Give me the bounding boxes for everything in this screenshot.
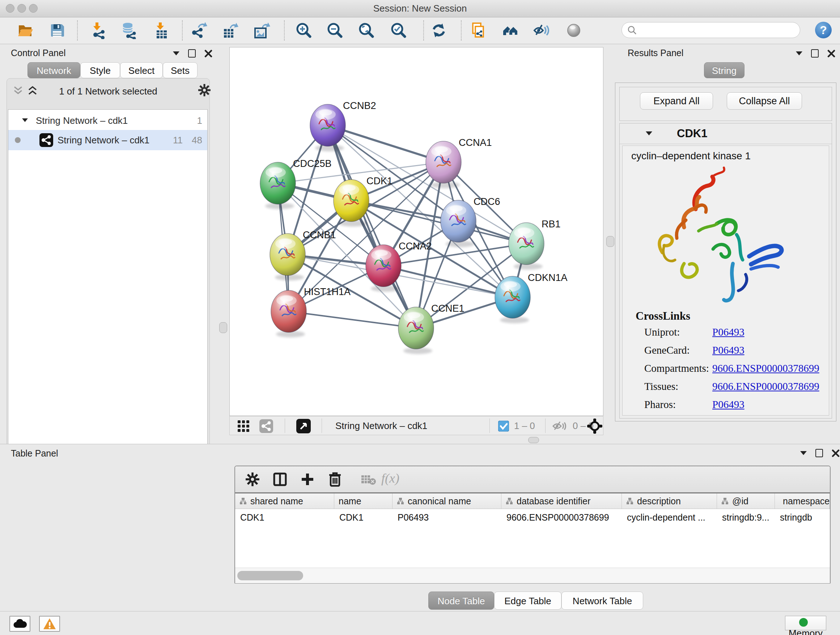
- column-type-icon: [397, 497, 404, 505]
- export-image-icon[interactable]: [253, 22, 271, 39]
- node-CDKN1A[interactable]: [495, 276, 531, 323]
- table-panel-header-icons: [800, 449, 840, 457]
- panel-float-icon[interactable]: [811, 49, 819, 57]
- table-cell[interactable]: CDK1: [235, 509, 334, 525]
- export-table-icon[interactable]: [222, 22, 239, 39]
- warnings-button[interactable]: [39, 616, 60, 632]
- show-columns-icon[interactable]: [273, 472, 287, 486]
- export-network-icon[interactable]: [191, 22, 208, 39]
- right-splitter-handle[interactable]: [606, 236, 614, 247]
- column-header-name[interactable]: name: [334, 494, 393, 509]
- tab-select[interactable]: Select: [120, 62, 163, 78]
- crosslink-row: GeneCard:P06493: [622, 344, 829, 363]
- zoom-selected-icon[interactable]: [390, 22, 407, 39]
- tab-string[interactable]: String: [704, 62, 745, 78]
- gene-header-row[interactable]: CDK1: [620, 124, 832, 144]
- panel-menu-icon[interactable]: [173, 51, 180, 55]
- crosslink-value-link[interactable]: P06493: [712, 344, 745, 356]
- network-row-selected[interactable]: String Network – cdk1 11 48: [8, 130, 207, 150]
- table-cell[interactable]: CDK1: [334, 509, 393, 525]
- node-CDC6[interactable]: [441, 200, 476, 247]
- search-input[interactable]: [641, 23, 794, 37]
- node-CCNB2[interactable]: [310, 104, 346, 151]
- refresh-icon[interactable]: [430, 22, 447, 39]
- network-thumbnail-icon[interactable]: [259, 419, 273, 433]
- column-header-databaseidentifier[interactable]: database identifier: [501, 494, 622, 509]
- left-splitter-handle[interactable]: [219, 322, 227, 333]
- panel-float-icon[interactable]: [188, 49, 196, 57]
- import-network-icon[interactable]: [89, 22, 107, 39]
- table-gear-icon[interactable]: [245, 472, 260, 486]
- network-collection-row[interactable]: String Network – cdk1 1: [8, 111, 207, 130]
- table-cell[interactable]: P06493: [393, 509, 501, 525]
- node-RB1[interactable]: [508, 223, 544, 270]
- panel-close-icon[interactable]: [827, 50, 835, 57]
- import-database-icon[interactable]: [120, 22, 137, 39]
- table-cell[interactable]: stringdb:9...: [717, 509, 775, 525]
- node-CCNA1[interactable]: [426, 141, 461, 188]
- gene-collapse-icon[interactable]: [646, 131, 652, 135]
- bottom-splitter-handle[interactable]: [528, 437, 539, 443]
- network-view-canvas[interactable]: CCNB2CCNA1CDC25BCDK1CDC6RB1CCNB1CCNA2CDK…: [229, 47, 603, 416]
- grid-view-icon[interactable]: [237, 420, 250, 432]
- tab-style[interactable]: Style: [80, 62, 120, 78]
- table-row[interactable]: CDK1CDK1P064939606.ENSP00000378699cyclin…: [235, 509, 830, 525]
- memory-button[interactable]: Memory: [785, 616, 826, 630]
- tab-sets[interactable]: Sets: [163, 62, 197, 78]
- tree-expand-icon[interactable]: [22, 119, 28, 122]
- column-header-namespace[interactable]: namespace: [775, 494, 830, 509]
- column-header-canonicalname[interactable]: canonical name: [393, 494, 501, 509]
- network-options-gear-icon[interactable]: [198, 84, 211, 97]
- column-header-sharedname[interactable]: shared name: [235, 494, 334, 509]
- table-hscrollbar-thumb[interactable]: [237, 571, 303, 580]
- expand-all-button[interactable]: Expand All: [640, 92, 713, 110]
- show-all-networks-icon[interactable]: [502, 22, 519, 39]
- clone-network-icon[interactable]: [470, 22, 487, 39]
- edge-HIST1H1A-CCNE1[interactable]: [289, 311, 416, 328]
- tab-edge-table[interactable]: Edge Table: [494, 592, 561, 610]
- zoom-in-icon[interactable]: [295, 22, 313, 39]
- tab-node-table[interactable]: Node Table: [428, 592, 494, 610]
- panel-close-icon[interactable]: [204, 50, 212, 57]
- help-icon[interactable]: ?: [815, 22, 832, 38]
- zoom-out-icon[interactable]: [326, 22, 344, 39]
- column-header-description[interactable]: description: [622, 494, 717, 509]
- zoom-fit-icon[interactable]: [358, 22, 375, 39]
- panel-close-icon[interactable]: [832, 449, 840, 457]
- crosslink-label: Uniprot:: [644, 326, 680, 338]
- hide-selected-icon[interactable]: [533, 22, 550, 39]
- table-cell[interactable]: 9606.ENSP00000378699: [501, 509, 622, 525]
- crosslink-value-link[interactable]: 9606.ENSP00000378699: [712, 380, 819, 393]
- crosslink-value-link[interactable]: P06493: [712, 326, 745, 338]
- fit-selection-crosshair-icon[interactable]: [587, 418, 602, 434]
- table-cell[interactable]: cyclin-dependent ...: [622, 509, 717, 525]
- node-CCNA2[interactable]: [366, 245, 401, 292]
- add-column-icon[interactable]: [300, 472, 315, 486]
- statusbar-separator: [489, 418, 490, 433]
- table-cell[interactable]: stringdb: [775, 509, 830, 525]
- node-CCNB1[interactable]: [270, 233, 305, 280]
- tab-network[interactable]: Network: [27, 62, 80, 78]
- birdseye-view-icon[interactable]: [296, 419, 311, 433]
- node-CDK1[interactable]: [333, 180, 369, 226]
- panel-menu-icon[interactable]: [800, 451, 807, 455]
- edge-CCNB2-CCNE1[interactable]: [328, 125, 416, 328]
- crosslink-value-link[interactable]: 9606.ENSP00000378699: [712, 363, 819, 374]
- column-header-id[interactable]: @id: [717, 494, 775, 509]
- selected-checkbox-icon[interactable]: [498, 421, 509, 432]
- gray-sphere-icon[interactable]: [565, 22, 583, 39]
- panel-float-icon[interactable]: [815, 449, 823, 457]
- node-CCNE1[interactable]: [398, 307, 434, 354]
- node-CDC25B[interactable]: [260, 162, 295, 209]
- cloud-button[interactable]: [9, 616, 30, 632]
- save-session-icon[interactable]: [49, 22, 66, 39]
- tab-network-table[interactable]: Network Table: [561, 592, 643, 610]
- delete-column-icon[interactable]: [328, 471, 342, 487]
- collapse-all-button[interactable]: Collapse All: [727, 92, 802, 110]
- import-table-icon[interactable]: [152, 22, 169, 39]
- hidden-eye-icon[interactable]: [553, 420, 568, 432]
- node-HIST1H1A[interactable]: [271, 290, 306, 337]
- open-session-icon[interactable]: [17, 22, 34, 39]
- crosslink-value-link[interactable]: P06493: [712, 399, 745, 410]
- panel-menu-icon[interactable]: [796, 51, 802, 55]
